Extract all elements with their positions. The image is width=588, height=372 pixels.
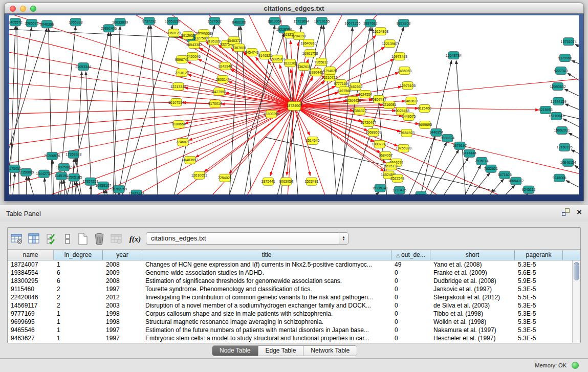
cell-name[interactable]: 9699695 xyxy=(8,318,54,326)
graph-node[interactable]: 12156809 xyxy=(18,168,34,176)
table-row[interactable]: 969969511998Structural magnetic resonanc… xyxy=(8,318,572,326)
cell-year[interactable]: 2008 xyxy=(103,260,142,269)
graph-node[interactable]: 10973493 xyxy=(391,53,407,60)
cell-in-degree[interactable]: 1 xyxy=(54,318,103,326)
graph-node[interactable]: 9699695 xyxy=(418,121,432,128)
graph-node[interactable]: 1065328 xyxy=(69,18,82,26)
cell-pagerank[interactable]: 5.3E-5 xyxy=(515,326,563,334)
cell-out-de-[interactable]: 0 xyxy=(391,334,430,342)
graph-node[interactable]: 1527602 xyxy=(208,17,222,25)
graph-node[interactable]: 1145194 xyxy=(55,172,69,180)
table-row[interactable]: 1938455462009Genome-wide association stu… xyxy=(8,269,572,277)
cell-pagerank[interactable]: 5.6E-5 xyxy=(515,269,563,277)
cell-name[interactable]: 9115460 xyxy=(8,285,54,293)
table-row[interactable]: 911546021997Tourette syndrome. Phenomeno… xyxy=(8,285,572,293)
graph-node[interactable]: 10846154 xyxy=(560,159,576,166)
cell-title[interactable]: Changes of HCN gene expression and I(f) … xyxy=(142,260,391,269)
cell-title[interactable]: Tourette syndrome. Phenomenology and cla… xyxy=(142,285,391,293)
graph-node[interactable]: 15751074 xyxy=(561,38,577,46)
graph-node[interactable]: 10719155 xyxy=(314,17,330,25)
column-header-title[interactable]: title xyxy=(142,250,391,260)
graph-node[interactable]: 9063954 xyxy=(279,178,293,185)
tab-network-table[interactable]: Network Table xyxy=(303,346,357,356)
column-header-out-de-[interactable]: △out_de... xyxy=(391,250,430,260)
graph-node[interactable]: 9329966 xyxy=(558,54,572,62)
graph-node[interactable]: 1514545 xyxy=(306,137,319,144)
graph-node[interactable]: 1523481 xyxy=(304,178,318,185)
graph-node[interactable]: 12610651 xyxy=(191,171,207,179)
cell-year[interactable]: 2008 xyxy=(103,277,142,285)
graph-node[interactable]: 19756928 xyxy=(396,144,411,152)
table-row[interactable]: 1456911722003Disruption of a novel membe… xyxy=(8,301,572,310)
graph-node[interactable]: 10975887 xyxy=(56,163,72,171)
cell-name[interactable]: 9463627 xyxy=(8,334,54,342)
graph-node[interactable]: 9242844 xyxy=(219,62,232,70)
graph-node[interactable]: 7254021 xyxy=(218,174,232,182)
graph-node[interactable]: 16648784 xyxy=(446,52,462,59)
graph-node[interactable]: 9474444 xyxy=(463,149,476,157)
graph-node[interactable]: 12923448 xyxy=(128,190,144,194)
float-panel-icon[interactable] xyxy=(562,208,570,216)
rows-icon[interactable] xyxy=(61,232,74,246)
cell-name[interactable]: 19384554 xyxy=(8,269,54,277)
graph-node[interactable]: 9684067 xyxy=(379,151,393,159)
graph-node[interactable]: 12505185 xyxy=(66,173,82,181)
delete-icon[interactable] xyxy=(93,232,106,246)
graph-node[interactable]: 8829203 xyxy=(397,19,410,27)
cell-title[interactable]: Investigating the contribution of common… xyxy=(142,293,391,301)
cell-name[interactable]: 18724007 xyxy=(8,260,54,269)
graph-node[interactable]: 9737292 xyxy=(142,17,156,25)
graph-node[interactable]: 20891406 xyxy=(101,25,117,32)
graph-node[interactable]: 1440954 xyxy=(429,128,443,136)
graph-node[interactable]: 2085572 xyxy=(25,19,38,27)
cell-title[interactable]: Embryonic stem cells: a model to study s… xyxy=(142,334,391,342)
cell-name[interactable]: 18300295 xyxy=(8,277,54,285)
graph-node[interactable]: 7632621 xyxy=(484,165,498,172)
graph-node[interactable]: 8471626 xyxy=(498,171,512,179)
graph-node[interactable]: 7246871 xyxy=(176,138,190,146)
cell-in-degree[interactable]: 6 xyxy=(54,277,103,285)
cell-year[interactable]: 1997 xyxy=(103,326,142,334)
column-header-year[interactable]: year xyxy=(103,250,142,260)
graph-node[interactable]: 9046386 xyxy=(40,20,54,28)
graph-node[interactable]: 8186328 xyxy=(207,37,221,45)
graph-node[interactable]: 9896741 xyxy=(175,56,189,63)
window-titlebar[interactable]: citations_edges.txt xyxy=(4,3,584,14)
graph-node[interactable]: 1733426 xyxy=(393,186,406,194)
graph-node[interactable]: 1362615 xyxy=(297,63,311,71)
cell-pagerank[interactable]: 5.3E-5 xyxy=(515,318,563,326)
graph-node[interactable]: 16154808 xyxy=(373,28,388,35)
cell-pagerank[interactable]: 5.3E-5 xyxy=(515,301,563,310)
cell-pagerank[interactable]: 5.3E-5 xyxy=(515,310,563,318)
graph-node[interactable]: 16210643 xyxy=(549,112,564,120)
graph-node[interactable]: 1875441 xyxy=(262,178,275,185)
graph-node[interactable]: 15720407 xyxy=(360,119,376,126)
graph-node[interactable]: 18807243 xyxy=(372,140,387,148)
cell-title[interactable]: Structural magnetic resonance image aver… xyxy=(142,318,391,326)
graph-node[interactable]: 2887682 xyxy=(363,19,377,27)
graph-node[interactable]: 1449575 xyxy=(402,113,416,120)
cell-short[interactable]: de Silva et al. (2003) xyxy=(430,301,515,310)
graph-node[interactable]: 8454743 xyxy=(245,49,259,56)
table-row[interactable]: 946554611997Estimation of the future num… xyxy=(8,326,572,334)
table-columns-icon[interactable] xyxy=(28,232,41,246)
graph-node[interactable]: 16033809 xyxy=(112,18,128,26)
graph-node[interactable]: 8938924 xyxy=(441,134,454,142)
graph-node[interactable]: 3624554 xyxy=(358,91,372,98)
graph-node[interactable]: 15723694 xyxy=(293,17,309,25)
cell-title[interactable]: Estimation of significance thresholds fo… xyxy=(142,277,391,285)
cell-pagerank[interactable]: 5.9E-5 xyxy=(515,277,563,285)
cell-in-degree[interactable]: 1 xyxy=(54,310,103,318)
select-columns-icon[interactable] xyxy=(45,232,58,246)
cell-in-degree[interactable]: 2 xyxy=(54,301,103,310)
graph-node[interactable]: 16107554 xyxy=(168,99,184,106)
cell-name[interactable]: 22420046 xyxy=(8,293,54,301)
graph-node[interactable]: 12975105 xyxy=(400,82,416,90)
column-header-short[interactable]: short xyxy=(430,250,515,260)
graph-node[interactable]: 2935114 xyxy=(475,157,489,165)
table-row[interactable]: 1872400712008Changes of HCN gene express… xyxy=(8,260,572,269)
graph-node[interactable]: 12444159 xyxy=(551,98,567,105)
graph-node[interactable]: 8215953 xyxy=(539,106,553,114)
graph-node[interactable]: 1822203 xyxy=(283,59,297,67)
graph-node[interactable]: 6216081 xyxy=(382,101,396,109)
